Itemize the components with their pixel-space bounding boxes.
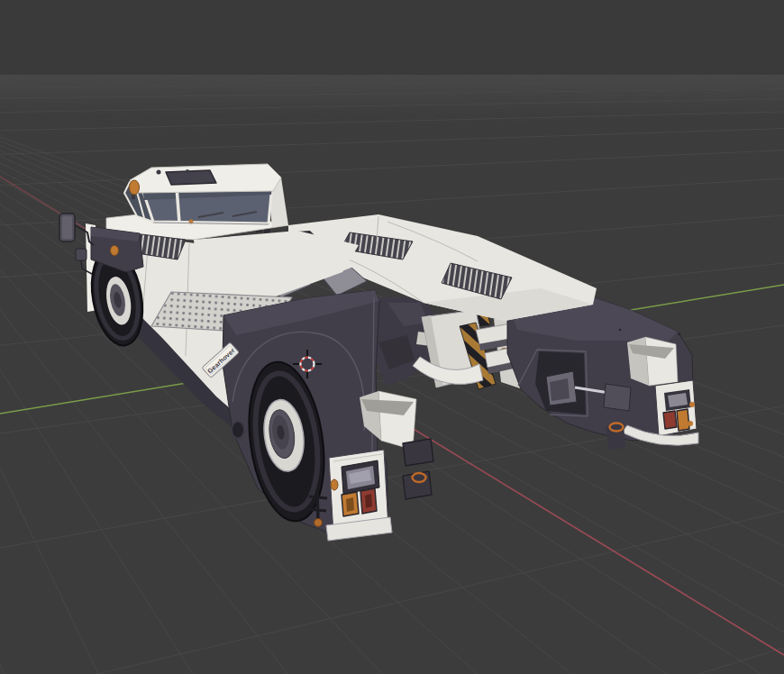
marker-light (331, 479, 338, 490)
latch-box (403, 439, 433, 466)
viewport-canvas[interactable]: Gearhover (0, 0, 784, 674)
valve-knob (315, 519, 323, 527)
cab (124, 164, 288, 227)
viewport-3d[interactable]: Gearhover (0, 0, 784, 674)
latch-box (403, 471, 432, 499)
tail-light-amber (677, 409, 689, 431)
mirror-lower (76, 249, 87, 260)
fender-marker-light (111, 246, 119, 256)
tail-light-panel-right (655, 380, 697, 436)
sunroof-hatch (166, 170, 216, 185)
beacon-light (130, 180, 140, 195)
marker-dot (688, 421, 693, 426)
fuel-port (232, 422, 244, 439)
marker-dot (689, 402, 695, 407)
horizon-sky (0, 0, 784, 75)
tail-light-red (663, 411, 677, 429)
